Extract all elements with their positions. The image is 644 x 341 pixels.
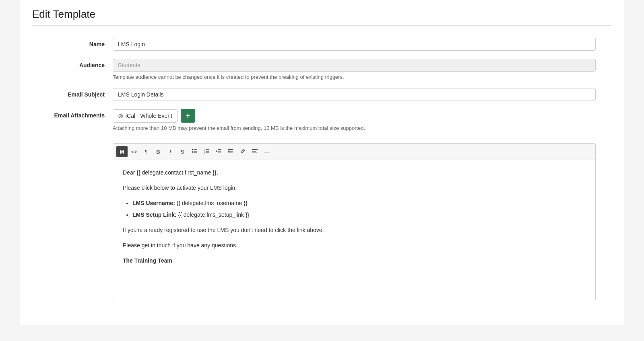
bullet2-rest: {{ delegate.lms_setup_link }}	[177, 212, 250, 218]
toolbar-code-button[interactable]: <>	[128, 146, 140, 157]
toolbar-indent-button[interactable]	[225, 146, 236, 157]
svg-rect-20	[252, 149, 258, 150]
indent-icon	[228, 148, 233, 155]
editor-line-4: Please get in touch if you have any ques…	[123, 241, 586, 251]
svg-rect-18	[229, 151, 233, 152]
svg-rect-13	[218, 149, 221, 150]
email-subject-input[interactable]	[113, 88, 596, 101]
align-icon	[252, 148, 258, 155]
editor-row: M <> ¶ B I	[32, 139, 596, 301]
toolbar-m-button[interactable]: M	[116, 146, 128, 157]
svg-text:3.: 3.	[204, 152, 205, 154]
svg-rect-17	[228, 149, 233, 150]
email-attachments-label: Email Attachments	[32, 109, 113, 119]
svg-rect-21	[252, 151, 256, 152]
strikethrough-icon: S	[181, 149, 184, 155]
audience-row: Audience Template audience cannot be cha…	[32, 59, 596, 80]
toolbar-strikethrough-button[interactable]: S	[177, 146, 188, 157]
svg-point-4	[192, 152, 193, 153]
svg-rect-19	[228, 152, 233, 153]
link-icon	[240, 148, 246, 155]
name-row: Name	[32, 38, 596, 51]
name-field-container	[113, 38, 596, 51]
bold-icon: B	[156, 149, 160, 155]
hr-icon: —	[264, 149, 270, 155]
form-section: Name Audience Template audience cannot b…	[32, 38, 596, 301]
svg-rect-3	[194, 151, 197, 152]
svg-rect-1	[194, 149, 197, 150]
editor-list-item-2: LMS Setup Link: {{ delegate.lms_setup_li…	[132, 210, 586, 220]
editor-line-1: Dear {{ delegate.contact.first_name }},	[123, 168, 586, 178]
outdent-icon	[216, 148, 221, 155]
toolbar-paragraph-button[interactable]: ¶	[140, 146, 152, 157]
svg-rect-9	[206, 151, 209, 152]
svg-marker-16	[228, 150, 229, 152]
svg-rect-14	[218, 151, 221, 152]
unordered-list-icon	[192, 148, 197, 155]
editor-field-container: M <> ¶ B I	[113, 139, 596, 301]
ordered-list-icon: 1.2.3.	[204, 148, 209, 155]
remove-attachment-icon[interactable]: ⊗	[118, 112, 123, 120]
svg-rect-15	[218, 152, 221, 153]
editor-label-spacer	[32, 139, 113, 142]
svg-rect-22	[252, 152, 258, 153]
attachments-row: ⊗ iCal - Whole Event +	[113, 109, 596, 123]
toolbar-unordered-list-button[interactable]	[189, 146, 200, 157]
toolbar-hr-button[interactable]: —	[261, 146, 272, 157]
attachment-help-text: Attaching more than 10 MB may prevent th…	[113, 125, 596, 131]
name-label: Name	[32, 38, 113, 47]
editor-list: LMS Username: {{ delegate.lms_username }…	[132, 199, 586, 220]
svg-rect-11	[206, 152, 209, 153]
editor-list-item-1: LMS Username: {{ delegate.lms_username }…	[132, 199, 586, 208]
page-title: Edit Template	[32, 8, 612, 21]
code-icon: <>	[131, 149, 137, 155]
toolbar-bold-button[interactable]: B	[153, 146, 164, 157]
bullet1-bold: LMS Username:	[132, 200, 175, 206]
divider	[32, 25, 612, 26]
email-attachments-row: Email Attachments ⊗ iCal - Whole Event +…	[32, 109, 596, 131]
editor-line-3: If you're already registered to use the …	[123, 226, 586, 235]
add-attachment-button[interactable]: +	[181, 109, 195, 123]
email-subject-label: Email Subject	[32, 88, 113, 98]
editor-toolbar: M <> ¶ B I	[113, 144, 595, 160]
paragraph-icon: ¶	[145, 149, 148, 155]
attachment-name: iCal - Whole Event	[126, 113, 172, 119]
bullet2-bold: LMS Setup Link:	[132, 212, 177, 218]
editor-signature: The Training Team	[123, 256, 586, 266]
toolbar-align-button[interactable]	[249, 146, 260, 157]
name-input[interactable]	[113, 38, 596, 51]
m-icon: M	[120, 149, 124, 155]
toolbar-link-button[interactable]	[237, 146, 248, 157]
italic-icon: I	[169, 149, 171, 155]
audience-help-text: Template audience cannot be changed once…	[113, 74, 596, 80]
page-container: Edit Template Name Audience Template aud…	[20, 0, 624, 325]
editor-body[interactable]: Dear {{ delegate.contact.first_name }}, …	[113, 160, 595, 301]
editor-container: M <> ¶ B I	[113, 143, 596, 301]
svg-point-0	[192, 149, 193, 150]
toolbar-ordered-list-button[interactable]: 1.2.3.	[201, 146, 212, 157]
toolbar-outdent-button[interactable]	[213, 146, 224, 157]
svg-rect-7	[206, 149, 209, 150]
audience-field-container: Template audience cannot be changed once…	[113, 59, 596, 80]
editor-line-2: Please click below to activate your LMS …	[123, 183, 586, 193]
svg-point-2	[192, 150, 193, 151]
email-subject-field-container	[113, 88, 596, 101]
audience-label: Audience	[32, 59, 113, 68]
svg-rect-5	[194, 152, 197, 153]
email-attachments-field-container: ⊗ iCal - Whole Event + Attaching more th…	[113, 109, 596, 131]
svg-marker-12	[216, 150, 217, 152]
attachment-badge: ⊗ iCal - Whole Event	[113, 109, 178, 123]
audience-input	[113, 59, 596, 72]
email-subject-row: Email Subject	[32, 88, 596, 101]
toolbar-italic-button[interactable]: I	[165, 146, 176, 157]
bullet1-rest: {{ delegate.lms_username }}	[175, 200, 248, 206]
add-icon: +	[186, 111, 190, 121]
